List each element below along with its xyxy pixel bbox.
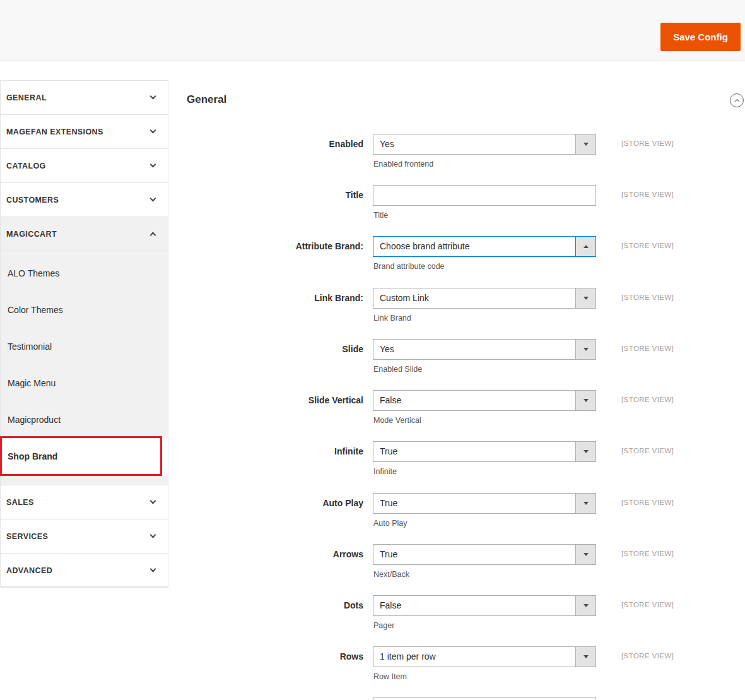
triangle-down-icon [584,604,589,607]
form-row-auto-play: Auto PlayTrueAuto Play[STORE VIEW] [0,493,745,537]
sidebar-section-label: GENERAL [6,93,47,102]
dropdown-arrow-down-button[interactable] [575,596,595,615]
chevron-down-icon [150,128,156,134]
field-dots-select[interactable]: False [373,595,596,616]
dropdown-arrow-down-button[interactable] [575,391,595,410]
field-title-input[interactable] [373,185,596,206]
field-hint: Enabled frontend [373,160,433,169]
form-row-enabled: EnabledYesEnabled frontend[STORE VIEW] [0,134,745,178]
field-label: Slide Vertical [181,390,363,411]
field-hint: Brand attribute code [373,262,445,271]
scope-label: [STORE VIEW] [621,242,674,249]
section-title: General [187,93,226,106]
field-label: Enabled [181,134,363,155]
select-value: False [380,596,570,615]
triangle-down-icon [584,143,589,146]
form-row-link-brand: Link Brand:Custom LinkLink Brand[STORE V… [0,288,745,332]
field-hint: Next/Back [373,570,409,579]
form-row-slide: SlideYesEnabled Slide[STORE VIEW] [0,339,745,383]
select-value: True [380,442,570,461]
field-hint: Mode Vertical [373,416,421,425]
field-hint: Row Item [373,672,407,681]
field-hint: Link Brand [373,314,411,323]
dropdown-arrow-up-button[interactable] [575,237,595,256]
triangle-down-icon [584,450,589,453]
field-hint: Enabled Slide [373,365,422,374]
scope-label: [STORE VIEW] [621,652,674,660]
next-field-partial[interactable] [373,697,596,700]
select-value: 1 item per row [380,647,570,667]
select-value: Choose brand attribute [380,237,570,256]
form-row-infinite: InfiniteTrueInfinite[STORE VIEW] [0,441,745,485]
triangle-up-icon [584,245,589,248]
form-row-attribute-brand: Attribute Brand:Choose brand attributeBr… [0,236,745,280]
scope-label: [STORE VIEW] [621,550,674,557]
field-label: Dots [181,595,363,616]
select-value: True [380,494,570,513]
scope-label: [STORE VIEW] [621,601,674,608]
dropdown-arrow-down-button[interactable] [575,494,595,513]
chevron-down-icon [150,93,156,100]
form-row-arrows: ArrowsTrueNext/Back[STORE VIEW] [0,544,745,588]
field-enabled-select[interactable]: Yes [373,134,596,155]
field-infinite-select[interactable]: True [373,441,596,462]
field-link-brand-select[interactable]: Custom Link [373,288,596,309]
triangle-down-icon [584,553,589,556]
scope-label: [STORE VIEW] [621,294,674,301]
field-hint: Infinite [373,467,397,476]
field-slide-vertical-select[interactable]: False [373,390,596,411]
field-label: Arrows [181,544,363,565]
select-value: Yes [380,134,570,154]
section-collapse-button[interactable] [730,93,744,107]
scope-label: [STORE VIEW] [621,499,674,506]
field-hint: Title [373,211,388,220]
triangle-down-icon [584,655,589,658]
field-label: Infinite [181,441,363,462]
triangle-down-icon [584,297,589,300]
field-label: Rows [181,646,363,667]
field-auto-play-select[interactable]: True [373,493,596,514]
scope-label: [STORE VIEW] [621,139,674,147]
page-header-bar: Save Config [0,0,745,61]
scope-label: [STORE VIEW] [621,345,674,352]
field-hint: Auto Play [373,519,408,528]
scope-label: [STORE VIEW] [621,191,674,198]
save-config-button[interactable]: Save Config [660,23,741,51]
sidebar-section-general[interactable]: GENERAL [1,81,168,115]
triangle-down-icon [584,399,589,402]
field-label: Attribute Brand: [181,236,363,257]
field-slide-select[interactable]: Yes [373,339,596,360]
field-attribute-brand-select[interactable]: Choose brand attribute [373,236,596,257]
form-row-rows: Rows1 item per rowRow Item[STORE VIEW] [0,646,745,691]
dropdown-arrow-down-button[interactable] [575,340,595,359]
field-label: Slide [181,339,363,360]
field-label: Link Brand: [181,288,363,309]
config-page: Save Config GENERALMAGEFAN EXTENSIONSCAT… [0,0,745,700]
scope-label: [STORE VIEW] [621,447,674,454]
triangle-down-icon [584,348,589,351]
triangle-down-icon [584,502,589,505]
scope-label: [STORE VIEW] [621,396,674,403]
dropdown-arrow-down-button[interactable] [575,288,595,308]
field-rows-select[interactable]: 1 item per row [373,646,596,667]
form-row-slide-vertical: Slide VerticalFalseMode Vertical[STORE V… [0,390,745,434]
select-value: Custom Link [380,288,570,308]
form-row-dots: DotsFalsePager[STORE VIEW] [0,595,745,639]
select-value: False [380,391,570,410]
form-row-title: TitleTitle[STORE VIEW] [0,185,745,229]
field-hint: Pager [373,621,394,630]
field-arrows-select[interactable]: True [373,544,596,565]
field-label: Auto Play [181,493,363,514]
dropdown-arrow-down-button[interactable] [575,545,595,564]
field-label: Title [181,185,363,206]
dropdown-arrow-down-button[interactable] [575,442,595,461]
select-value: Yes [380,340,570,359]
chevron-up-icon [734,98,739,103]
dropdown-arrow-down-button[interactable] [575,647,595,667]
dropdown-arrow-down-button[interactable] [575,134,595,154]
select-value: True [380,545,570,564]
